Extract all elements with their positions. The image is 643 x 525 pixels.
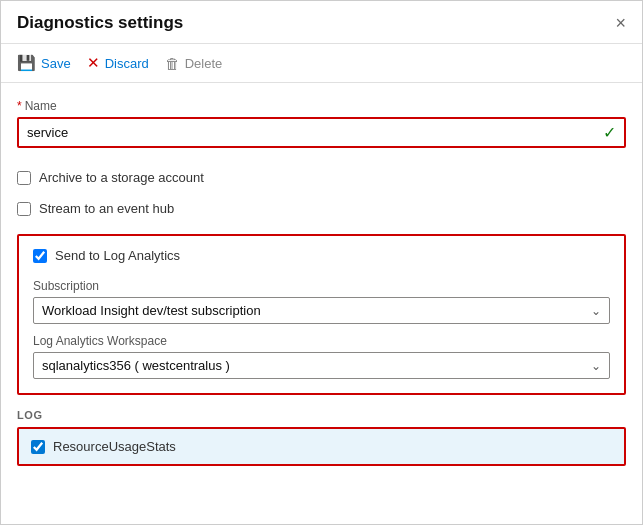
save-button[interactable]: 💾 Save (17, 52, 71, 74)
stream-checkbox-row: Stream to an event hub (17, 193, 626, 224)
stream-checkbox[interactable] (17, 202, 31, 216)
save-icon: 💾 (17, 54, 36, 72)
toolbar: 💾 Save ✕ Discard 🗑 Delete (1, 44, 642, 83)
log-section-label: LOG (17, 409, 626, 421)
log-items-box: ResourceUsageStats (17, 427, 626, 466)
archive-label[interactable]: Archive to a storage account (39, 170, 204, 185)
discard-label: Discard (105, 56, 149, 71)
dialog-title: Diagnostics settings (17, 13, 183, 33)
log-analytics-checkbox-row: Send to Log Analytics (33, 248, 610, 275)
save-label: Save (41, 56, 71, 71)
content-area: *Name ✓ Archive to a storage account Str… (1, 83, 642, 524)
name-input[interactable] (19, 119, 603, 146)
subscription-chevron-icon: ⌄ (591, 304, 601, 318)
stream-label[interactable]: Stream to an event hub (39, 201, 174, 216)
subscription-label: Subscription (33, 279, 610, 293)
log-analytics-checkbox[interactable] (33, 249, 47, 263)
discard-button[interactable]: ✕ Discard (87, 52, 149, 74)
name-field-label: *Name (17, 99, 626, 113)
delete-icon: 🗑 (165, 55, 180, 72)
name-field-wrapper: ✓ (17, 117, 626, 148)
archive-checkbox[interactable] (17, 171, 31, 185)
name-valid-icon: ✓ (603, 123, 624, 142)
discard-icon: ✕ (87, 54, 100, 72)
close-button[interactable]: × (615, 14, 626, 32)
workspace-dropdown[interactable]: sqlanalytics356 ( westcentralus ) ⌄ (33, 352, 610, 379)
log-item-row: ResourceUsageStats (31, 439, 612, 454)
log-analytics-section: Send to Log Analytics Subscription Workl… (17, 234, 626, 395)
workspace-chevron-icon: ⌄ (591, 359, 601, 373)
log-section: LOG ResourceUsageStats (17, 409, 626, 466)
resource-usage-stats-checkbox[interactable] (31, 440, 45, 454)
dialog-header: Diagnostics settings × (1, 1, 642, 44)
required-marker: * (17, 99, 22, 113)
diagnostics-settings-dialog: Diagnostics settings × 💾 Save ✕ Discard … (0, 0, 643, 525)
delete-label: Delete (185, 56, 223, 71)
archive-checkbox-row: Archive to a storage account (17, 162, 626, 193)
workspace-value: sqlanalytics356 ( westcentralus ) (42, 358, 591, 373)
subscription-dropdown[interactable]: Workload Insight dev/test subscription ⌄ (33, 297, 610, 324)
resource-usage-stats-label[interactable]: ResourceUsageStats (53, 439, 176, 454)
workspace-label: Log Analytics Workspace (33, 334, 610, 348)
delete-button[interactable]: 🗑 Delete (165, 53, 223, 74)
log-analytics-label[interactable]: Send to Log Analytics (55, 248, 180, 263)
subscription-value: Workload Insight dev/test subscription (42, 303, 591, 318)
